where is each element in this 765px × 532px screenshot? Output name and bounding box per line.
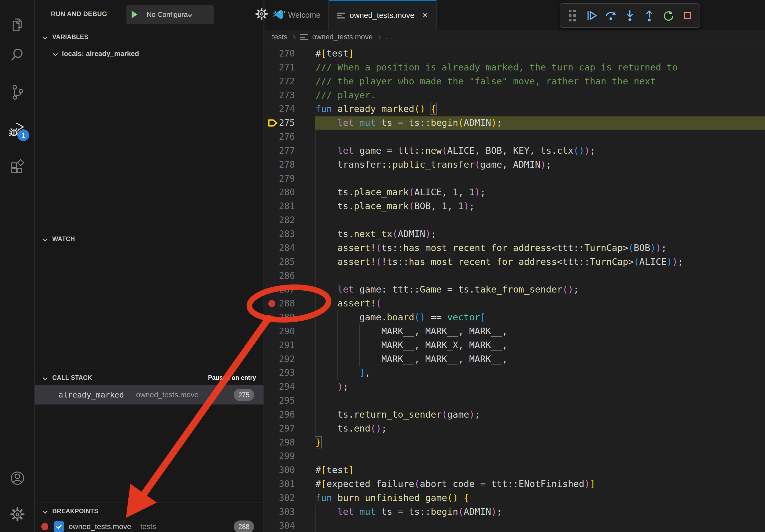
tab-owned-tests-move[interactable]: owned_tests.move✕ <box>329 0 436 30</box>
line-number[interactable]: 274 <box>265 102 295 116</box>
line-number[interactable]: 303 <box>265 505 295 519</box>
code-line-272[interactable]: 272/// the player who made the "false" m… <box>265 75 765 89</box>
run-and-debug-icon[interactable]: 1 <box>9 121 26 138</box>
line-number[interactable]: 285 <box>265 255 295 269</box>
line-number[interactable]: 286 <box>265 269 295 283</box>
code-line-285[interactable]: 285 assert!(!ts::has_most_recent_for_add… <box>265 255 765 269</box>
variables-section-header[interactable]: VARIABLES <box>35 31 264 43</box>
breadcrumb-item[interactable]: tests <box>272 33 287 41</box>
code-line-280[interactable]: 280 ts.place_mark(ALICE, 1, 1); <box>265 185 765 199</box>
code-line-297[interactable]: 297 ts.end(); <box>265 421 765 435</box>
call-stack-frame-row[interactable]: already_marked owned_tests.move 275 <box>35 385 264 404</box>
code-line-284[interactable]: 284 assert!(ts::has_most_recent_for_addr… <box>265 241 765 255</box>
line-number[interactable]: 294 <box>265 380 295 394</box>
code-line-282[interactable]: 282 <box>265 213 765 227</box>
code-line-289[interactable]: 289 game.board() == vector[ <box>265 311 765 324</box>
debug-settings-gear-icon[interactable] <box>254 6 269 21</box>
breadcrumb-item[interactable]: owned_tests.move <box>312 33 373 41</box>
code-line-278[interactable]: 278 transfer::public_transfer(game, ADMI… <box>265 158 765 172</box>
code-line-304[interactable]: 304 <box>265 519 765 532</box>
launch-configuration-dropdown[interactable]: No Configura <box>127 5 214 24</box>
step-into-icon[interactable] <box>623 9 637 23</box>
line-number[interactable]: 292 <box>265 352 295 366</box>
code-line-303[interactable]: 303 let mut ts = ts::begin(ADMIN); <box>265 505 765 519</box>
code-line-277[interactable]: 277 let game = ttt::new(ALICE, BOB, KEY,… <box>265 144 765 158</box>
start-debugging-icon[interactable] <box>127 5 142 24</box>
explorer-icon[interactable] <box>9 17 26 34</box>
code-line-292[interactable]: 292 MARK__, MARK__, MARK__, <box>265 352 765 366</box>
code-line-274[interactable]: 274fun already_marked() { <box>265 102 765 116</box>
line-number[interactable]: 271 <box>265 61 295 75</box>
code-line-293[interactable]: 293 ], <box>265 366 765 380</box>
line-number[interactable]: 298 <box>265 435 295 449</box>
code-line-279[interactable]: 279 <box>265 172 765 186</box>
line-number[interactable]: 301 <box>265 477 295 491</box>
close-icon[interactable]: ✕ <box>422 11 428 20</box>
code-line-288[interactable]: 288 assert!( <box>265 297 765 311</box>
line-number[interactable]: 302 <box>265 491 295 505</box>
code-line-281[interactable]: 281 ts.place_mark(BOB, 1, 1); <box>265 199 765 213</box>
line-number[interactable]: 287 <box>265 283 295 297</box>
code-line-290[interactable]: 290 MARK__, MARK__, MARK__, <box>265 324 765 338</box>
line-number[interactable]: 273 <box>265 89 295 102</box>
breadcrumb-item[interactable]: … <box>385 33 392 41</box>
line-number[interactable]: 284 <box>265 241 295 255</box>
code-line-283[interactable]: 283 ts.next_tx(ADMIN); <box>265 227 765 241</box>
line-number[interactable]: 279 <box>265 172 295 186</box>
restart-icon[interactable] <box>661 9 675 23</box>
line-number[interactable]: 281 <box>265 199 295 213</box>
variables-scope-row[interactable]: locals: already_marked <box>35 47 264 60</box>
line-number[interactable]: 291 <box>265 338 295 352</box>
account-icon[interactable] <box>9 470 26 487</box>
line-number[interactable]: 300 <box>265 463 295 477</box>
line-number[interactable]: 289 <box>265 311 295 324</box>
line-number[interactable]: 297 <box>265 421 295 435</box>
code-editor[interactable]: 270#[test]271/// When a position is alre… <box>265 45 765 532</box>
step-out-icon[interactable] <box>642 9 656 23</box>
code-line-302[interactable]: 302fun burn_unfinished_game() { <box>265 491 765 505</box>
line-number[interactable]: 272 <box>265 75 295 89</box>
extensions-icon[interactable] <box>9 159 26 176</box>
code-line-276[interactable]: 276 <box>265 130 765 144</box>
settings-icon[interactable] <box>9 506 26 523</box>
breakpoints-section-header[interactable]: BREAKPOINTS <box>35 505 264 518</box>
code-line-291[interactable]: 291 MARK__, MARK_X, MARK__, <box>265 338 765 352</box>
code-line-273[interactable]: 273/// player. <box>265 89 765 102</box>
code-line-296[interactable]: 296 ts.return_to_sender(game); <box>265 408 765 421</box>
line-number[interactable]: 295 <box>265 394 295 408</box>
stop-icon[interactable] <box>681 9 694 23</box>
code-line-270[interactable]: 270#[test] <box>265 47 765 61</box>
more-actions-icon[interactable]: ··· <box>274 5 287 17</box>
source-control-icon[interactable] <box>9 84 26 101</box>
watch-section-header[interactable]: WATCH <box>35 232 264 245</box>
code-line-295[interactable]: 295 <box>265 394 765 408</box>
search-icon[interactable] <box>9 46 26 64</box>
line-number[interactable]: 290 <box>265 324 295 338</box>
breakpoint-checkbox[interactable] <box>54 521 64 532</box>
code-line-301[interactable]: 301#[expected_failure(abort_code = ttt::… <box>265 477 765 491</box>
line-number[interactable]: 275 <box>265 116 295 130</box>
call-stack-section-header[interactable]: CALL STACK Paused on entry <box>35 371 264 384</box>
code-line-294[interactable]: 294 ); <box>265 380 765 394</box>
line-number[interactable]: 276 <box>265 130 295 144</box>
line-number[interactable]: 299 <box>265 449 295 463</box>
line-number[interactable]: 282 <box>265 213 295 227</box>
breadcrumb[interactable]: testsowned_tests.move… <box>265 30 765 45</box>
line-number[interactable]: 283 <box>265 227 295 241</box>
breakpoint-row[interactable]: owned_tests.move tests 288 <box>35 519 264 532</box>
code-line-299[interactable]: 299 <box>265 449 765 463</box>
code-line-287[interactable]: 287 let game: ttt::Game = ts.take_from_s… <box>265 283 765 297</box>
line-number[interactable]: 277 <box>265 144 295 158</box>
line-number[interactable]: 293 <box>265 366 295 380</box>
line-number[interactable]: 270 <box>265 47 295 61</box>
line-number[interactable]: 304 <box>265 519 295 532</box>
code-line-271[interactable]: 271/// When a position is already marked… <box>265 61 765 75</box>
code-line-275[interactable]: 275 let mut ts = ts::begin(ADMIN); <box>265 116 765 130</box>
code-line-286[interactable]: 286 <box>265 269 765 283</box>
line-number[interactable]: 296 <box>265 408 295 421</box>
line-number[interactable]: 288 <box>265 297 295 311</box>
continue-icon[interactable] <box>585 9 598 23</box>
step-over-icon[interactable] <box>604 9 618 23</box>
code-line-298[interactable]: 298} <box>265 435 765 449</box>
line-number[interactable]: 278 <box>265 158 295 172</box>
